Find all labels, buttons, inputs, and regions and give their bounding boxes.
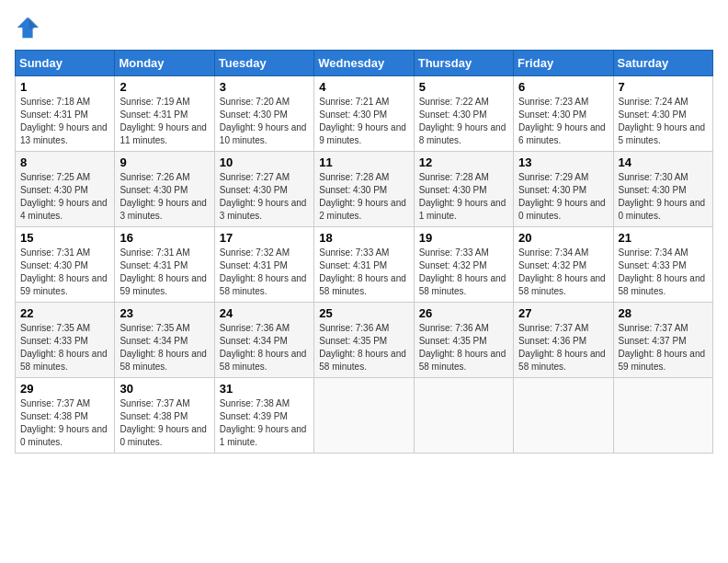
- day-info: Sunrise: 7:33 AM Sunset: 4:31 PM Dayligh…: [319, 247, 408, 298]
- day-info: Sunrise: 7:31 AM Sunset: 4:31 PM Dayligh…: [119, 247, 209, 298]
- day-number: 3: [220, 80, 309, 94]
- calendar-day-cell: 2 Sunrise: 7:19 AM Sunset: 4:31 PM Dayli…: [115, 76, 214, 152]
- day-number: 23: [119, 306, 209, 320]
- day-info: Sunrise: 7:18 AM Sunset: 4:31 PM Dayligh…: [20, 96, 109, 147]
- calendar-day-cell: 14 Sunrise: 7:30 AM Sunset: 4:30 PM Dayl…: [613, 152, 712, 227]
- calendar-day-cell: 17 Sunrise: 7:32 AM Sunset: 4:31 PM Dayl…: [214, 227, 313, 303]
- day-info: Sunrise: 7:29 AM Sunset: 4:30 PM Dayligh…: [518, 171, 608, 223]
- calendar-day-cell: [314, 378, 414, 454]
- day-info: Sunrise: 7:30 AM Sunset: 4:30 PM Dayligh…: [619, 171, 708, 223]
- day-number: 21: [619, 231, 708, 245]
- day-number: 24: [220, 306, 309, 320]
- day-number: 29: [20, 382, 109, 396]
- day-info: Sunrise: 7:24 AM Sunset: 4:30 PM Dayligh…: [619, 96, 708, 147]
- day-number: 4: [319, 80, 408, 94]
- calendar-day-cell: 27 Sunrise: 7:37 AM Sunset: 4:36 PM Dayl…: [514, 303, 613, 378]
- day-number: 11: [319, 155, 408, 169]
- day-number: 9: [119, 155, 209, 169]
- calendar-day-cell: 16 Sunrise: 7:31 AM Sunset: 4:31 PM Dayl…: [115, 227, 214, 303]
- calendar-day-cell: 10 Sunrise: 7:27 AM Sunset: 4:30 PM Dayl…: [214, 152, 313, 227]
- day-info: Sunrise: 7:28 AM Sunset: 4:30 PM Dayligh…: [419, 171, 508, 223]
- calendar-day-cell: 26 Sunrise: 7:36 AM Sunset: 4:35 PM Dayl…: [414, 303, 513, 378]
- day-number: 12: [419, 155, 508, 169]
- day-info: Sunrise: 7:36 AM Sunset: 4:35 PM Dayligh…: [419, 322, 508, 373]
- day-info: Sunrise: 7:23 AM Sunset: 4:30 PM Dayligh…: [518, 96, 608, 147]
- day-number: 19: [419, 231, 508, 245]
- calendar-week-row: 15 Sunrise: 7:31 AM Sunset: 4:30 PM Dayl…: [16, 227, 713, 303]
- day-number: 15: [20, 231, 109, 245]
- calendar-week-row: 1 Sunrise: 7:18 AM Sunset: 4:31 PM Dayli…: [16, 76, 713, 152]
- day-info: Sunrise: 7:21 AM Sunset: 4:30 PM Dayligh…: [319, 96, 408, 147]
- day-info: Sunrise: 7:37 AM Sunset: 4:37 PM Dayligh…: [619, 322, 708, 373]
- day-number: 10: [220, 155, 309, 169]
- calendar-day-cell: 3 Sunrise: 7:20 AM Sunset: 4:30 PM Dayli…: [214, 76, 313, 152]
- day-info: Sunrise: 7:22 AM Sunset: 4:30 PM Dayligh…: [419, 96, 508, 147]
- day-number: 7: [619, 80, 708, 94]
- calendar-week-row: 8 Sunrise: 7:25 AM Sunset: 4:30 PM Dayli…: [16, 152, 713, 227]
- calendar-day-cell: 8 Sunrise: 7:25 AM Sunset: 4:30 PM Dayli…: [16, 152, 115, 227]
- calendar-day-cell: 29 Sunrise: 7:37 AM Sunset: 4:38 PM Dayl…: [16, 378, 115, 454]
- day-number: 8: [20, 155, 109, 169]
- logo-icon: [15, 15, 40, 40]
- day-of-week-header: Sunday: [16, 51, 115, 76]
- day-info: Sunrise: 7:32 AM Sunset: 4:31 PM Dayligh…: [220, 247, 309, 298]
- logo: [15, 15, 44, 40]
- calendar-day-cell: 21 Sunrise: 7:34 AM Sunset: 4:33 PM Dayl…: [613, 227, 712, 303]
- calendar-day-cell: 9 Sunrise: 7:26 AM Sunset: 4:30 PM Dayli…: [115, 152, 214, 227]
- calendar-day-cell: 20 Sunrise: 7:34 AM Sunset: 4:32 PM Dayl…: [514, 227, 613, 303]
- calendar-day-cell: 13 Sunrise: 7:29 AM Sunset: 4:30 PM Dayl…: [514, 152, 613, 227]
- day-info: Sunrise: 7:37 AM Sunset: 4:38 PM Dayligh…: [119, 397, 209, 449]
- day-info: Sunrise: 7:26 AM Sunset: 4:30 PM Dayligh…: [119, 171, 209, 223]
- day-info: Sunrise: 7:31 AM Sunset: 4:30 PM Dayligh…: [20, 247, 109, 298]
- calendar-header-row: SundayMondayTuesdayWednesdayThursdayFrid…: [16, 51, 713, 76]
- day-of-week-header: Thursday: [414, 51, 513, 76]
- day-of-week-header: Friday: [514, 51, 613, 76]
- day-number: 30: [119, 382, 209, 396]
- day-info: Sunrise: 7:34 AM Sunset: 4:33 PM Dayligh…: [619, 247, 708, 298]
- day-number: 14: [619, 155, 708, 169]
- calendar-day-cell: 1 Sunrise: 7:18 AM Sunset: 4:31 PM Dayli…: [16, 76, 115, 152]
- calendar-day-cell: 22 Sunrise: 7:35 AM Sunset: 4:33 PM Dayl…: [16, 303, 115, 378]
- calendar-table: SundayMondayTuesdayWednesdayThursdayFrid…: [15, 50, 713, 454]
- day-of-week-header: Saturday: [613, 51, 712, 76]
- day-info: Sunrise: 7:35 AM Sunset: 4:34 PM Dayligh…: [119, 322, 209, 373]
- calendar-day-cell: 7 Sunrise: 7:24 AM Sunset: 4:30 PM Dayli…: [613, 76, 712, 152]
- day-number: 20: [518, 231, 608, 245]
- day-info: Sunrise: 7:37 AM Sunset: 4:38 PM Dayligh…: [20, 397, 109, 449]
- calendar-day-cell: 4 Sunrise: 7:21 AM Sunset: 4:30 PM Dayli…: [314, 76, 414, 152]
- day-info: Sunrise: 7:36 AM Sunset: 4:34 PM Dayligh…: [220, 322, 309, 373]
- calendar-week-row: 29 Sunrise: 7:37 AM Sunset: 4:38 PM Dayl…: [16, 378, 713, 454]
- calendar-day-cell: 19 Sunrise: 7:33 AM Sunset: 4:32 PM Dayl…: [414, 227, 513, 303]
- day-number: 28: [619, 306, 708, 320]
- day-number: 27: [518, 306, 608, 320]
- day-number: 26: [419, 306, 508, 320]
- day-info: Sunrise: 7:20 AM Sunset: 4:30 PM Dayligh…: [220, 96, 309, 147]
- day-info: Sunrise: 7:19 AM Sunset: 4:31 PM Dayligh…: [119, 96, 209, 147]
- calendar-day-cell: [514, 378, 613, 454]
- calendar-day-cell: 30 Sunrise: 7:37 AM Sunset: 4:38 PM Dayl…: [115, 378, 214, 454]
- day-number: 18: [319, 231, 408, 245]
- svg-marker-1: [28, 17, 39, 29]
- calendar-day-cell: [613, 378, 712, 454]
- calendar-day-cell: 28 Sunrise: 7:37 AM Sunset: 4:37 PM Dayl…: [613, 303, 712, 378]
- calendar-day-cell: 23 Sunrise: 7:35 AM Sunset: 4:34 PM Dayl…: [115, 303, 214, 378]
- day-info: Sunrise: 7:37 AM Sunset: 4:36 PM Dayligh…: [518, 322, 608, 373]
- day-number: 6: [518, 80, 608, 94]
- calendar-day-cell: 11 Sunrise: 7:28 AM Sunset: 4:30 PM Dayl…: [314, 152, 414, 227]
- calendar-day-cell: 5 Sunrise: 7:22 AM Sunset: 4:30 PM Dayli…: [414, 76, 513, 152]
- calendar-week-row: 22 Sunrise: 7:35 AM Sunset: 4:33 PM Dayl…: [16, 303, 713, 378]
- calendar-day-cell: 25 Sunrise: 7:36 AM Sunset: 4:35 PM Dayl…: [314, 303, 414, 378]
- day-number: 22: [20, 306, 109, 320]
- day-number: 2: [119, 80, 209, 94]
- day-info: Sunrise: 7:35 AM Sunset: 4:33 PM Dayligh…: [20, 322, 109, 373]
- day-number: 1: [20, 80, 109, 94]
- day-number: 5: [419, 80, 508, 94]
- page-header: [15, 15, 713, 40]
- day-number: 31: [220, 382, 309, 396]
- day-info: Sunrise: 7:34 AM Sunset: 4:32 PM Dayligh…: [518, 247, 608, 298]
- calendar-day-cell: 12 Sunrise: 7:28 AM Sunset: 4:30 PM Dayl…: [414, 152, 513, 227]
- calendar-day-cell: 18 Sunrise: 7:33 AM Sunset: 4:31 PM Dayl…: [314, 227, 414, 303]
- calendar-day-cell: 6 Sunrise: 7:23 AM Sunset: 4:30 PM Dayli…: [514, 76, 613, 152]
- day-info: Sunrise: 7:27 AM Sunset: 4:30 PM Dayligh…: [220, 171, 309, 223]
- day-of-week-header: Monday: [115, 51, 214, 76]
